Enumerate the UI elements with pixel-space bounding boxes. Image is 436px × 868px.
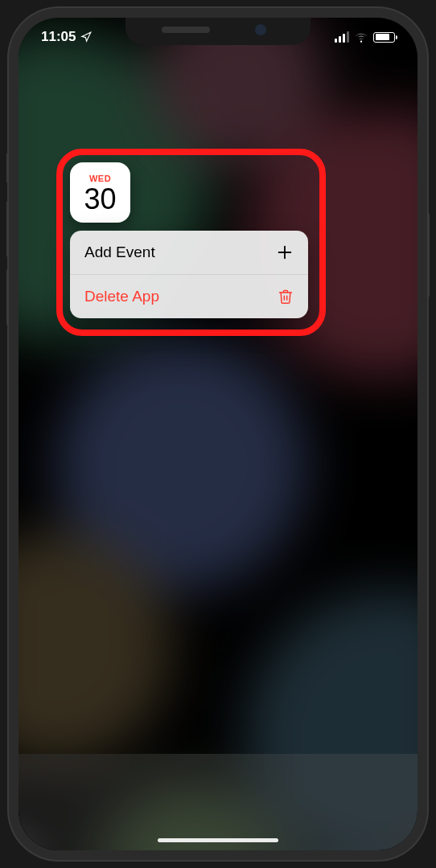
status-time: 11:05 — [41, 29, 76, 45]
menu-item-label: Delete App — [84, 288, 159, 305]
phone-notch — [125, 18, 311, 45]
menu-item-label: Add Event — [84, 244, 155, 261]
add-event-button[interactable]: Add Event — [70, 231, 308, 275]
calendar-day-number: 30 — [84, 185, 116, 214]
wifi-icon — [354, 31, 368, 43]
calendar-app-icon[interactable]: WED 30 — [70, 162, 130, 223]
location-icon — [80, 31, 92, 43]
plus-icon — [276, 244, 294, 261]
trash-icon — [278, 288, 294, 305]
dock-background — [19, 754, 417, 850]
home-indicator[interactable] — [158, 838, 278, 842]
battery-icon — [373, 32, 395, 43]
delete-app-button[interactable]: Delete App — [70, 275, 308, 318]
cellular-signal-icon — [335, 31, 349, 43]
calendar-day-label: WED — [89, 174, 111, 183]
context-menu: Add Event Delete App — [70, 231, 308, 318]
home-wallpaper-blurred — [19, 18, 417, 850]
